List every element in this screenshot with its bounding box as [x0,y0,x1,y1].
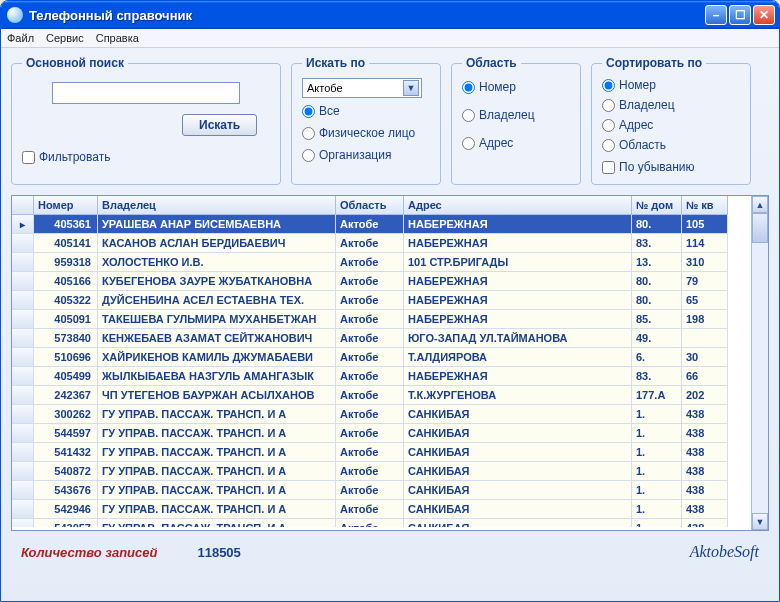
cell-region: Актобе [336,234,404,253]
group-main-search: Основной поиск Искать Фильтровать [11,56,281,185]
minimize-button[interactable]: – [705,5,727,25]
sort-region[interactable] [602,139,615,152]
cell-region: Актобе [336,291,404,310]
row-marker [12,329,34,348]
sort-address[interactable] [602,119,615,132]
cell-house: 1. [632,424,682,443]
radio-person[interactable] [302,127,315,140]
menu-file[interactable]: Файл [7,32,34,44]
cell-apt: 65 [682,291,728,310]
sort-address-label: Адрес [619,118,653,132]
table-row[interactable]: 544597ГУ УПРАВ. ПАССАЖ. ТРАНСП. И ААктоб… [12,424,751,443]
table-row[interactable]: 242367ЧП УТЕГЕНОВ БАУРЖАН АСЫЛХАНОВАктоб… [12,386,751,405]
table-row[interactable]: 541432ГУ УПРАВ. ПАССАЖ. ТРАНСП. И ААктоб… [12,443,751,462]
cell-apt: 438 [682,405,728,424]
table-row[interactable]: 573840КЕНЖЕБАЕВ АЗАМАТ СЕЙТЖАНОВИЧАктобе… [12,329,751,348]
table-row[interactable]: 300262ГУ УПРАВ. ПАССАЖ. ТРАНСП. И ААктоб… [12,405,751,424]
cell-address: САНКИБАЯ [404,424,632,443]
menu-help[interactable]: Справка [96,32,139,44]
cell-house: 80. [632,291,682,310]
sort-number[interactable] [602,79,615,92]
cell-region: Актобе [336,329,404,348]
cell-apt: 438 [682,481,728,500]
maximize-button[interactable]: ☐ [729,5,751,25]
titlebar[interactable]: Телефонный справочник – ☐ ✕ [1,1,779,29]
sort-region-label: Область [619,138,666,152]
radio-all[interactable] [302,105,315,118]
cell-owner: КАСАНОВ АСЛАН БЕРДИБАЕВИЧ [98,234,336,253]
cell-address: САНКИБАЯ [404,443,632,462]
cell-owner: ГУ УПРАВ. ПАССАЖ. ТРАНСП. И А [98,424,336,443]
table-row[interactable]: 405499ЖЫЛКЫБАЕВА НАЗГУЛЬ АМАНГАЗЫКАктобе… [12,367,751,386]
filter-checkbox[interactable] [22,151,35,164]
radio-owner[interactable] [462,109,475,122]
radio-org[interactable] [302,149,315,162]
cell-house: 1. [632,519,682,527]
cell-house: 80. [632,272,682,291]
cell-number: 300262 [34,405,98,424]
col-apt[interactable]: № кв [682,196,728,215]
vertical-scrollbar[interactable]: ▲ ▼ [751,196,768,530]
menu-service[interactable]: Сервис [46,32,84,44]
app-icon [7,7,23,23]
row-marker [12,253,34,272]
col-region[interactable]: Область [336,196,404,215]
col-address[interactable]: Адрес [404,196,632,215]
group-search-by: Искать по Актобе ▼ Все Физическое лицо О… [291,56,441,185]
table-row[interactable]: 510696ХАЙРИКЕНОВ КАМИЛЬ ДЖУМАБАЕВИАктобе… [12,348,751,367]
scroll-thumb[interactable] [752,213,768,243]
cell-address: САНКИБАЯ [404,519,632,527]
table-row[interactable]: 405166КУБЕГЕНОВА ЗАУРЕ ЖУБАТКАНОВНААктоб… [12,272,751,291]
cell-house: 13. [632,253,682,272]
col-number[interactable]: Номер [34,196,98,215]
radio-address[interactable] [462,137,475,150]
filter-label: Фильтровать [39,150,110,164]
cell-address: НАБЕРЕЖНАЯ [404,215,632,234]
cell-region: Актобе [336,386,404,405]
cell-apt [682,329,728,348]
table-row[interactable]: 543676ГУ УПРАВ. ПАССАЖ. ТРАНСП. И ААктоб… [12,481,751,500]
cell-owner: ХАЙРИКЕНОВ КАМИЛЬ ДЖУМАБАЕВИ [98,348,336,367]
sort-owner[interactable] [602,99,615,112]
cell-house: 1. [632,500,682,519]
cell-address: НАБЕРЕЖНАЯ [404,367,632,386]
desc-checkbox[interactable] [602,161,615,174]
search-by-legend: Искать по [302,56,369,70]
col-marker[interactable] [12,196,34,215]
cell-region: Актобе [336,500,404,519]
table-row[interactable]: 542946ГУ УПРАВ. ПАССАЖ. ТРАНСП. И ААктоб… [12,500,751,519]
app-window: Телефонный справочник – ☐ ✕ Файл Сервис … [0,0,780,602]
region-combo[interactable]: Актобе ▼ [302,78,422,98]
scroll-up-icon[interactable]: ▲ [752,196,768,213]
cell-region: Актобе [336,253,404,272]
table-row[interactable]: 540872ГУ УПРАВ. ПАССАЖ. ТРАНСП. И ААктоб… [12,462,751,481]
cell-number: 405166 [34,272,98,291]
table-row[interactable]: 959318ХОЛОСТЕНКО И.В.Актобе101 СТР.БРИГА… [12,253,751,272]
cell-region: Актобе [336,443,404,462]
radio-number[interactable] [462,81,475,94]
col-owner[interactable]: Владелец [98,196,336,215]
table-row[interactable]: ▸405361УРАШЕВА АНАР БИСЕМБАЕВНААктобеНАБ… [12,215,751,234]
cell-apt: 438 [682,424,728,443]
row-marker [12,234,34,253]
sort-number-label: Номер [619,78,656,92]
cell-house: 1. [632,443,682,462]
search-input[interactable] [52,82,240,104]
table-row[interactable]: 405091ТАКЕШЕВА ГУЛЬМИРА МУХАНБЕТЖАНАктоб… [12,310,751,329]
row-marker [12,405,34,424]
scroll-track[interactable] [752,213,768,513]
cell-owner: ГУ УПРАВ. ПАССАЖ. ТРАНСП. И А [98,405,336,424]
cell-apt: 202 [682,386,728,405]
search-button[interactable]: Искать [182,114,257,136]
cell-house: 177.А [632,386,682,405]
close-button[interactable]: ✕ [753,5,775,25]
table-row[interactable]: 405322ДУЙСЕНБИНА АСЕЛ ЕСТАЕВНА ТЕХ.Актоб… [12,291,751,310]
region-combo-value: Актобе [307,82,343,94]
cell-number: 544597 [34,424,98,443]
col-house[interactable]: № дом [632,196,682,215]
cell-address: САНКИБАЯ [404,405,632,424]
table-row[interactable]: 543057ГУ УПРАВ. ПАССАЖ. ТРАНСП. И ААктоб… [12,519,751,527]
table-row[interactable]: 405141КАСАНОВ АСЛАН БЕРДИБАЕВИЧАктобеНАБ… [12,234,751,253]
scroll-down-icon[interactable]: ▼ [752,513,768,530]
cell-number: 405141 [34,234,98,253]
